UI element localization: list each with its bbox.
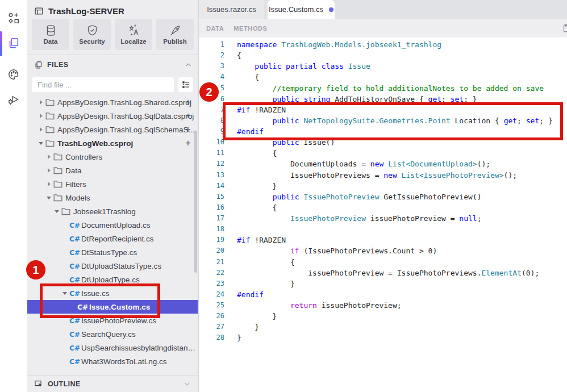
folder-tree-item[interactable]: Jobseek1Trashlog <box>27 205 198 218</box>
caret-down-icon[interactable] <box>62 292 67 295</box>
code-text: IssuePhotoPreviews = new List<IssuePhoto… <box>224 170 517 181</box>
code-line[interactable]: 9#endif <box>199 126 567 137</box>
code-line[interactable]: 26 } <box>199 311 567 322</box>
tree-item-label: Issue.Custom.cs <box>89 303 150 311</box>
tab-issue-custom-cs[interactable]: Issue.Custom.cs <box>268 0 335 19</box>
code-line[interactable]: 15 public IssuePhotoPreview GetIssuePhot… <box>199 191 567 202</box>
code-line[interactable]: 24#endif <box>199 289 567 300</box>
folder-tree-item[interactable]: AppsByDesign.TrashLog.SqlData.csproj+ <box>27 109 198 123</box>
tree-item-label: AppsByDesign.TrashLog.SqlSchemaS... <box>57 126 195 134</box>
caret-right-icon[interactable] <box>40 114 43 118</box>
tree-view-toggle-button[interactable] <box>178 77 193 92</box>
line-number: 10 <box>199 137 224 148</box>
file-tree-item[interactable]: C#Issue.cs <box>27 286 198 300</box>
code-line[interactable]: 16 { <box>199 202 567 213</box>
code-line[interactable]: 4 { <box>199 72 567 82</box>
code-line[interactable]: 25 return issuePhotoPreview; <box>199 300 567 311</box>
code-line[interactable]: 7#if !RADZEN <box>199 105 567 115</box>
debug-icon[interactable] <box>0 88 27 111</box>
tree-item-label: DtUploadStatusType.cs <box>81 262 161 270</box>
code-line[interactable]: 11 { <box>199 148 567 159</box>
tab-methods[interactable]: METHODS <box>234 25 267 32</box>
file-tree-item[interactable]: C#DocumentUpload.cs <box>27 218 198 232</box>
line-number: 22 <box>199 268 224 278</box>
code-line[interactable]: 13 IssuePhotoPreviews = new List<IssuePh… <box>199 170 567 181</box>
files-section-header[interactable]: FILES <box>34 59 192 71</box>
csharp-file-icon: C# <box>69 248 80 257</box>
caret-right-icon[interactable] <box>40 100 43 105</box>
file-tree-item[interactable]: C#Issue.Custom.cs <box>27 300 198 314</box>
caret-right-icon[interactable] <box>48 168 51 173</box>
tree-item-label: Jobseek1Trashlog <box>73 207 136 216</box>
caret-down-icon[interactable] <box>55 210 59 213</box>
clipboard-icon[interactable] <box>562 23 567 33</box>
caret-down-icon[interactable] <box>39 142 43 145</box>
code-line[interactable]: 17 IssuePhotoPreview issuePhotoPreview =… <box>199 213 567 224</box>
chevron-up-icon[interactable] <box>185 61 192 69</box>
add-item-button[interactable]: + <box>185 136 191 150</box>
code-line[interactable]: 5 //temporary field to hold additionalNo… <box>199 83 567 94</box>
code-line[interactable]: 28} <box>199 332 567 343</box>
find-file-input[interactable] <box>32 77 174 92</box>
caret-right-icon[interactable] <box>40 127 43 132</box>
folder-tree-item[interactable]: Filters <box>27 177 198 191</box>
file-tree-item[interactable]: C#What3WordsToLatLng.cs <box>27 355 198 368</box>
add-item-button[interactable]: + <box>185 95 191 109</box>
file-tree-item[interactable]: C#DtUploadStatusType.cs <box>27 259 198 273</box>
file-tree: AppsByDesign.TrashLog.Shared.csproj+Apps… <box>27 95 198 368</box>
design-icon[interactable] <box>0 7 27 30</box>
code-text: { <box>224 50 241 61</box>
security-button[interactable]: Security <box>73 19 111 50</box>
code-editor[interactable]: 1namespace TrashLogWeb.Models.jobseek1_t… <box>199 37 567 344</box>
add-item-button[interactable]: + <box>185 123 191 136</box>
tree-item-label: Models <box>65 194 90 202</box>
folder-tree-item[interactable]: Controllers <box>27 150 198 164</box>
chevron-down-icon[interactable] <box>184 380 191 387</box>
code-line[interactable]: 10 public Issue() <box>199 137 567 148</box>
data-button[interactable]: Data <box>32 19 69 50</box>
file-tree-item[interactable]: C#IssuePhotoPreview.cs <box>27 314 198 327</box>
tab-issues-razor-cs[interactable]: Issues.razor.cs <box>199 0 264 19</box>
code-line[interactable]: 21 { <box>199 257 567 268</box>
file-tree-item[interactable]: C#SearchQuery.cs <box>27 327 198 341</box>
line-number: 3 <box>199 61 224 72</box>
folder-icon <box>45 139 56 147</box>
file-tree-item[interactable]: C#UspSearchissuesbylatlngdistandsta... <box>27 341 198 355</box>
file-tree-item[interactable]: C#DtReportRecipient.cs <box>27 232 198 245</box>
code-line[interactable]: 19#if !RADZEN <box>199 235 567 245</box>
sidebar-scrollbar[interactable] <box>194 131 197 273</box>
line-number: 2 <box>199 50 224 61</box>
caret-right-icon[interactable] <box>48 155 51 159</box>
folder-tree-item[interactable]: TrashLogWeb.csproj+ <box>27 136 198 150</box>
folder-tree-item[interactable]: AppsByDesign.TrashLog.Shared.csproj+ <box>27 95 198 109</box>
outline-section-header[interactable]: OUTLINE <box>27 375 198 392</box>
tab-data[interactable]: DATA <box>206 25 224 32</box>
code-line[interactable]: 1namespace TrashLogWeb.Models.jobseek1_t… <box>199 39 567 50</box>
code-line[interactable]: 27 } <box>199 322 567 332</box>
code-line[interactable]: 22 issuePhotoPreview = IssuePhotoPreview… <box>199 268 567 278</box>
csharp-file-icon: C# <box>69 330 80 339</box>
code-line[interactable]: 20 if (IssuePhotoPreviews.Count > 0) <box>199 245 567 256</box>
publish-button[interactable]: Publish <box>156 19 194 50</box>
file-tree-item[interactable]: C#DtStatusType.cs <box>27 245 198 259</box>
code-line[interactable]: 12 DocumentUploads = new List<DocumentUp… <box>199 159 567 169</box>
code-line[interactable]: 2{ <box>199 50 567 61</box>
code-line[interactable]: 18 <box>199 224 567 235</box>
localize-button[interactable]: Localize <box>115 19 152 50</box>
code-line[interactable]: 23 } <box>199 278 567 289</box>
folder-tree-item[interactable]: Data <box>27 164 198 177</box>
file-tree-item[interactable]: C#DtUploadType.cs <box>27 273 198 286</box>
folder-tree-item[interactable]: Models <box>27 191 198 205</box>
data-button-label: Data <box>44 38 58 45</box>
folder-tree-item[interactable]: AppsByDesign.TrashLog.SqlSchemaS...+ <box>27 123 198 136</box>
theme-icon[interactable] <box>0 63 27 86</box>
code-line[interactable]: 8 public NetTopologySuite.Geometries.Poi… <box>199 115 567 126</box>
caret-down-icon[interactable] <box>47 197 51 199</box>
caret-right-icon[interactable] <box>48 182 51 186</box>
csharp-file-icon: C# <box>69 235 80 243</box>
add-item-button[interactable]: + <box>185 109 191 123</box>
code-line[interactable]: 3 public partial class Issue <box>199 61 567 72</box>
pages-icon[interactable] <box>0 32 27 55</box>
code-line[interactable]: 14 } <box>199 181 567 191</box>
code-line[interactable]: 6 public string AddToHistoryOnSave { get… <box>199 94 567 105</box>
